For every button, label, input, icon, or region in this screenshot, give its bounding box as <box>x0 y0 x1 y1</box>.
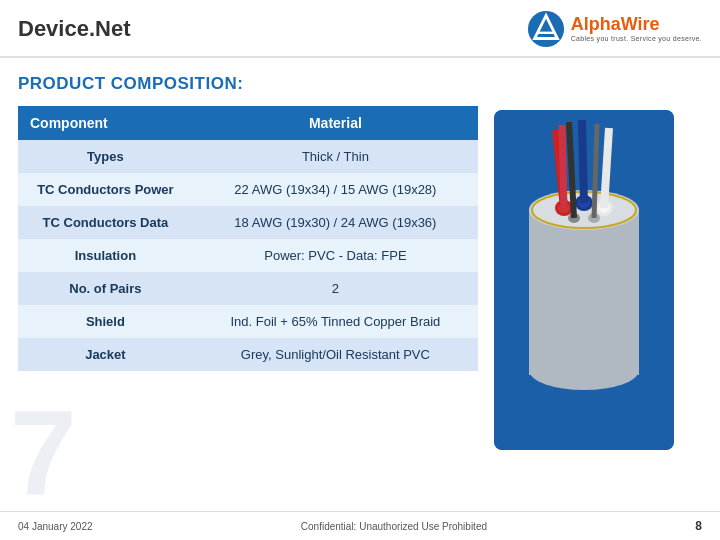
page-title: Device.Net <box>18 16 131 42</box>
footer: 04 January 2022 Confidential: Unauthoriz… <box>0 511 720 540</box>
col-material-header: Material <box>193 106 478 140</box>
alphawire-logo-icon <box>527 10 565 48</box>
material-cell: Grey, Sunlight/Oil Resistant PVC <box>193 338 478 371</box>
svg-line-18 <box>562 125 564 208</box>
cable-image <box>494 110 674 450</box>
table-row: JacketGrey, Sunlight/Oil Resistant PVC <box>18 338 478 371</box>
table-row: TypesThick / Thin <box>18 140 478 173</box>
table-row: TC Conductors Power22 AWG (19x34) / 15 A… <box>18 173 478 206</box>
material-cell: 2 <box>193 272 478 305</box>
table-row: InsulationPower: PVC - Data: FPE <box>18 239 478 272</box>
cable-svg <box>494 110 674 450</box>
component-cell: TC Conductors Power <box>18 173 193 206</box>
col-component-header: Component <box>18 106 193 140</box>
logo-tagline: Cables you trust. Service you deserve. <box>571 35 702 43</box>
component-cell: No. of Pairs <box>18 272 193 305</box>
component-cell: Shield <box>18 305 193 338</box>
composition-table: Component Material TypesThick / ThinTC C… <box>18 106 478 371</box>
table-header-row: Component Material <box>18 106 478 140</box>
component-cell: Types <box>18 140 193 173</box>
logo-text: AlphaWire Cables you trust. Service you … <box>571 15 702 42</box>
svg-rect-5 <box>529 210 639 375</box>
material-cell: Ind. Foil + 65% Tinned Copper Braid <box>193 305 478 338</box>
logo-name: AlphaWire <box>571 15 702 35</box>
component-cell: Jacket <box>18 338 193 371</box>
footer-confidential: Confidential: Unauthorized Use Prohibite… <box>301 521 487 532</box>
table-row: No. of Pairs2 <box>18 272 478 305</box>
table-row: TC Conductors Data18 AWG (19x30) / 24 AW… <box>18 206 478 239</box>
component-cell: Insulation <box>18 239 193 272</box>
table-row: ShieldInd. Foil + 65% Tinned Copper Brai… <box>18 305 478 338</box>
svg-line-22 <box>594 124 597 218</box>
svg-line-19 <box>582 120 584 203</box>
footer-page: 8 <box>695 519 702 533</box>
header: Device.Net AlphaWire Cables you trust. S… <box>0 0 720 58</box>
material-cell: Power: PVC - Data: FPE <box>193 239 478 272</box>
svg-line-20 <box>604 128 609 208</box>
material-cell: 18 AWG (19x30) / 24 AWG (19x36) <box>193 206 478 239</box>
logo-area: AlphaWire Cables you trust. Service you … <box>527 10 702 48</box>
main-content: PRODUCT COMPOSITION: Component Material … <box>0 58 720 450</box>
table-wrapper: PRODUCT COMPOSITION: Component Material … <box>18 74 478 450</box>
material-cell: Thick / Thin <box>193 140 478 173</box>
section-title: PRODUCT COMPOSITION: <box>18 74 478 94</box>
material-cell: 22 AWG (19x34) / 15 AWG (19x28) <box>193 173 478 206</box>
footer-date: 04 January 2022 <box>18 521 93 532</box>
component-cell: TC Conductors Data <box>18 206 193 239</box>
